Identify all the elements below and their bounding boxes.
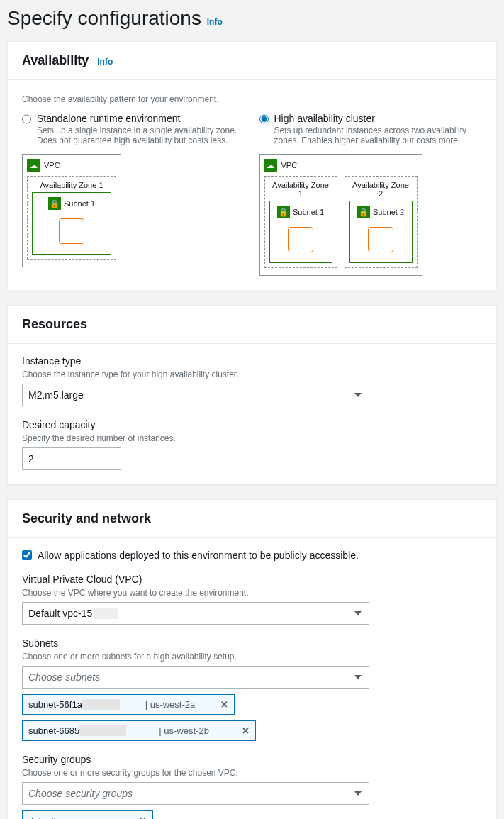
vpc-label: Virtual Private Cloud (VPC) xyxy=(22,574,482,585)
standalone-desc: Sets up a single instance in a single av… xyxy=(37,126,245,145)
close-icon[interactable]: ✕ xyxy=(220,699,228,710)
ha-diagram: ☁VPC Availability Zone 1 🔒Subnet 1 Avail… xyxy=(259,154,422,276)
security-title: Security and network xyxy=(22,511,151,526)
resources-panel: Resources Instance type Choose the insta… xyxy=(7,305,497,485)
ha-title: High availability cluster xyxy=(274,113,483,124)
standalone-option[interactable]: Standalone runtime environment Sets up a… xyxy=(22,113,245,276)
capacity-label: Desired capacity xyxy=(22,419,482,430)
ha-desc: Sets up redundant instances across two a… xyxy=(274,126,483,145)
vpc-select[interactable]: Default vpc-15xxxxx xyxy=(22,602,369,625)
availability-panel: Availability Info Choose the availabilit… xyxy=(7,41,497,291)
subnets-help: Choose one or more subnets for a high av… xyxy=(22,652,482,662)
availability-info-link[interactable]: Info xyxy=(97,57,113,67)
subnets-label: Subnets xyxy=(22,637,482,649)
capacity-input[interactable] xyxy=(22,447,121,470)
groups-help: Choose one or more security groups for t… xyxy=(22,768,482,778)
vpc-help: Choose the VPC where you want to create … xyxy=(22,588,482,598)
groups-select[interactable]: Choose security groups xyxy=(22,782,369,805)
page-info-link[interactable]: Info xyxy=(207,17,223,27)
lock-icon: 🔒 xyxy=(357,206,370,218)
public-access-label: Allow applications deployed to this envi… xyxy=(38,550,359,561)
close-icon[interactable]: ✕ xyxy=(139,815,147,819)
standalone-diagram: ☁VPC Availability Zone 1 🔒Subnet 1 xyxy=(22,154,121,267)
capacity-help: Specify the desired number of instances. xyxy=(22,433,482,443)
instance-type-label: Instance type xyxy=(22,355,482,367)
ha-option[interactable]: High availability cluster Sets up redund… xyxy=(259,113,483,276)
availability-header: Availability Info xyxy=(8,42,496,80)
subnets-select[interactable]: Choose subnets xyxy=(22,666,369,689)
chip-icon xyxy=(59,218,84,244)
public-access-checkbox[interactable] xyxy=(22,550,32,560)
cloud-icon: ☁ xyxy=(264,159,277,172)
subnet-token: subnet-6685xxxx | us-west-2b ✕ xyxy=(22,720,256,741)
resources-title: Resources xyxy=(22,317,87,332)
instance-type-help: Choose the instance type for your high a… xyxy=(22,369,482,379)
availability-help: Choose the availability pattern for your… xyxy=(22,94,482,104)
instance-type-select[interactable]: M2.m5.large xyxy=(22,384,369,406)
lock-icon: 🔒 xyxy=(48,197,61,210)
group-token: default default VPC security group ✕ xyxy=(22,810,153,819)
chip-icon xyxy=(368,227,393,252)
subnet-token: subnet-56f1axx | us-west-2a ✕ xyxy=(22,694,235,715)
availability-title: Availability xyxy=(22,53,89,68)
security-panel: Security and network Allow applications … xyxy=(7,499,497,819)
close-icon[interactable]: ✕ xyxy=(242,725,250,736)
standalone-radio[interactable] xyxy=(22,114,31,124)
cloud-icon: ☁ xyxy=(27,159,40,172)
ha-radio[interactable] xyxy=(259,114,269,124)
standalone-title: Standalone runtime environment xyxy=(37,113,245,124)
lock-icon: 🔒 xyxy=(277,206,290,218)
page-title: Specify configurations Info xyxy=(7,7,497,30)
chip-icon xyxy=(288,227,313,252)
groups-label: Security groups xyxy=(22,754,482,765)
